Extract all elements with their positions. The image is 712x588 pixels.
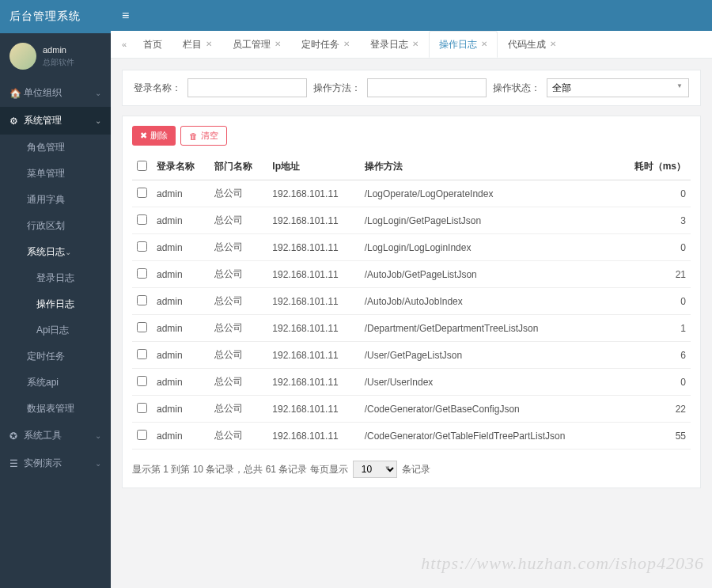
nav-icon: ✪ <box>9 431 19 442</box>
col-time[interactable]: 耗时（ms） <box>616 154 691 180</box>
table-row[interactable]: admin 总公司 192.168.101.11 /CodeGenerator/… <box>132 423 691 450</box>
nav-sub-item[interactable]: 角色管理 <box>0 135 111 161</box>
tab[interactable]: 首页 <box>133 31 172 58</box>
row-checkbox[interactable] <box>137 188 147 198</box>
close-icon[interactable]: ✕ <box>343 31 350 58</box>
avatar[interactable] <box>9 43 36 70</box>
row-checkbox[interactable] <box>137 214 147 225</box>
tab[interactable]: 定时任务✕ <box>291 31 360 58</box>
cell-login: admin <box>152 342 210 369</box>
close-icon[interactable]: ✕ <box>206 31 212 58</box>
tabs-row: « 首页栏目✕员工管理✕定时任务✕登录日志✕操作日志✕代码生成✕ <box>111 31 712 59</box>
table-row[interactable]: admin 总公司 192.168.101.11 /Department/Get… <box>132 315 691 342</box>
row-checkbox[interactable] <box>137 403 147 413</box>
nav-sub-item[interactable]: 登录日志 <box>0 265 111 291</box>
close-icon[interactable]: ✕ <box>550 31 556 58</box>
nav-sub-item[interactable]: 系统api <box>0 370 111 396</box>
nav-label: 操作日志 <box>36 298 74 309</box>
nav-sub-item[interactable]: 菜单管理 <box>0 161 111 187</box>
tab-label: 栏目 <box>183 31 202 58</box>
col-ip[interactable]: Ip地址 <box>267 154 359 180</box>
table-row[interactable]: admin 总公司 192.168.101.11 /User/UserIndex… <box>132 369 691 396</box>
select-all-checkbox[interactable] <box>137 161 147 171</box>
nav-label: 通用字典 <box>27 194 65 205</box>
delete-button[interactable]: ✖ 删除 <box>132 126 176 146</box>
cell-ip: 192.168.101.11 <box>267 396 359 423</box>
user-role: 总部软件 <box>43 57 74 68</box>
nav-label: 角色管理 <box>27 142 65 153</box>
cell-time: 3 <box>616 207 691 234</box>
tab-back-icon[interactable]: « <box>116 40 133 49</box>
tab[interactable]: 员工管理✕ <box>222 31 291 58</box>
nav-sub-item[interactable]: 操作日志 <box>0 291 111 317</box>
nav-item[interactable]: 🏠单位组织⌄ <box>0 79 111 107</box>
brand-title: 后台管理系统 <box>0 0 111 33</box>
filter-status-select[interactable]: 全部 <box>547 78 689 97</box>
row-checkbox[interactable] <box>137 295 147 305</box>
cell-method: /CodeGenerator/GetTableFieldTreePartList… <box>360 423 616 450</box>
nav-label: Api日志 <box>36 324 69 336</box>
row-checkbox[interactable] <box>137 241 147 252</box>
nav-item[interactable]: ⚙系统管理⌄ <box>0 107 111 135</box>
menu-toggle-icon[interactable]: ≡ <box>122 9 129 23</box>
table-row[interactable]: admin 总公司 192.168.101.11 /CodeGenerator/… <box>132 396 691 423</box>
log-table: 登录名称 部门名称 Ip地址 操作方法 耗时（ms） admin 总公司 192… <box>132 154 691 450</box>
nav-label: 数据表管理 <box>27 403 74 414</box>
tab[interactable]: 登录日志✕ <box>360 31 429 58</box>
close-icon[interactable]: ✕ <box>275 31 281 58</box>
table-row[interactable]: admin 总公司 192.168.101.11 /LogOperate/Log… <box>132 180 691 207</box>
close-icon[interactable]: ✕ <box>481 31 487 58</box>
filter-login-input[interactable] <box>187 78 307 97</box>
table-panel: ✖ 删除 🗑 清空 登录名称 部门名称 Ip地址 <box>122 116 701 488</box>
table-row[interactable]: admin 总公司 192.168.101.11 /LogLogin/LogLo… <box>132 234 691 261</box>
filter-login-label: 登录名称： <box>134 82 181 95</box>
table-row[interactable]: admin 总公司 192.168.101.11 /AutoJob/AutoJo… <box>132 288 691 315</box>
nav-item[interactable]: ✪系统工具⌄ <box>0 422 111 450</box>
clear-button[interactable]: 🗑 清空 <box>180 126 227 146</box>
row-checkbox[interactable] <box>137 268 147 279</box>
nav-sub-item[interactable]: 数据表管理 <box>0 396 111 422</box>
chevron-down-icon: ⌄ <box>95 116 101 125</box>
page-size-select[interactable]: 10 <box>353 461 397 478</box>
user-name: admin <box>43 44 74 56</box>
close-icon[interactable]: ✕ <box>412 31 418 58</box>
col-dept[interactable]: 部门名称 <box>210 154 267 180</box>
nav-sub-item[interactable]: 系统日志⌄ <box>0 239 111 265</box>
table-row[interactable]: admin 总公司 192.168.101.11 /LogLogin/GetPa… <box>132 207 691 234</box>
tab[interactable]: 栏目✕ <box>172 31 222 58</box>
nav-sub-item[interactable]: 行政区划 <box>0 213 111 239</box>
cell-ip: 192.168.101.11 <box>267 180 359 207</box>
row-checkbox[interactable] <box>137 322 147 332</box>
cell-time: 0 <box>616 180 691 207</box>
sidebar: 后台管理系统 admin 总部软件 🏠单位组织⌄⚙系统管理⌄角色管理菜单管理通用… <box>0 0 111 588</box>
topbar: ≡ <box>111 0 712 31</box>
tab-label: 首页 <box>143 31 162 58</box>
cell-time: 1 <box>616 315 691 342</box>
nav-item[interactable]: ☰实例演示⌄ <box>0 450 111 477</box>
nav-sub-item[interactable]: 定时任务 <box>0 343 111 370</box>
chevron-down-icon: ⌄ <box>95 459 101 468</box>
cell-dept: 总公司 <box>210 369 267 396</box>
nav-sub-item[interactable]: 通用字典 <box>0 187 111 213</box>
nav-sub-item[interactable]: Api日志 <box>0 317 111 343</box>
cell-ip: 192.168.101.11 <box>267 342 359 369</box>
cell-login: admin <box>152 207 210 234</box>
table-row[interactable]: admin 总公司 192.168.101.11 /AutoJob/GetPag… <box>132 261 691 288</box>
row-checkbox[interactable] <box>137 376 147 386</box>
col-login[interactable]: 登录名称 <box>152 154 210 180</box>
row-checkbox[interactable] <box>137 349 147 359</box>
col-method[interactable]: 操作方法 <box>360 154 616 180</box>
nav-label: 系统api <box>27 377 59 388</box>
pager-info: 显示第 1 到第 10 条记录，总共 61 条记录 每页显示 <box>132 463 348 476</box>
table-row[interactable]: admin 总公司 192.168.101.11 /User/GetPageLi… <box>132 342 691 369</box>
tab[interactable]: 操作日志✕ <box>429 31 498 58</box>
cell-dept: 总公司 <box>210 288 267 315</box>
tab[interactable]: 代码生成✕ <box>498 31 566 58</box>
cell-dept: 总公司 <box>210 423 267 450</box>
cell-time: 21 <box>616 261 691 288</box>
row-checkbox[interactable] <box>137 430 147 440</box>
cell-login: admin <box>152 261 210 288</box>
cell-login: admin <box>152 423 210 450</box>
cell-login: admin <box>152 396 210 423</box>
filter-method-input[interactable] <box>367 78 487 97</box>
